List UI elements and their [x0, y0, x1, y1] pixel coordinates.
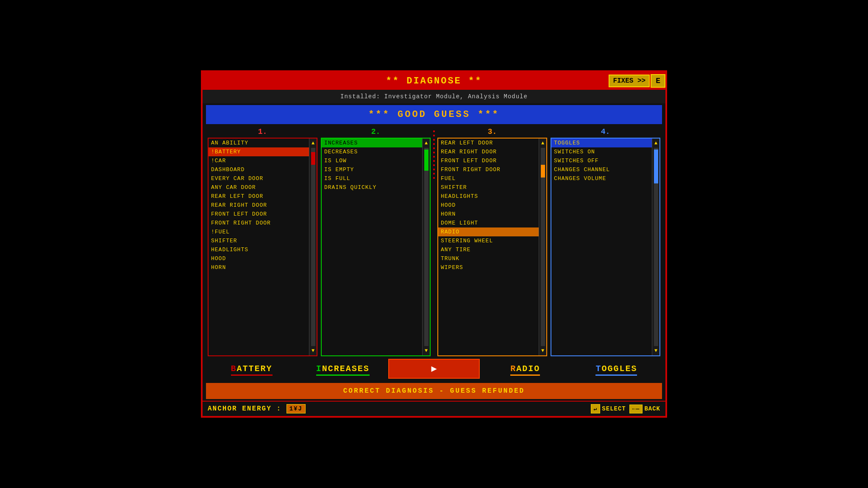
- footer-buttons: ↵ SELECT ←— BACK: [591, 404, 660, 413]
- col-num-4: 4.: [551, 126, 660, 138]
- scroll-down-1[interactable]: ▼: [311, 347, 315, 355]
- columns-area: 1. AN ABILITY !BATTERY !CAR DASHBOARD EV…: [203, 126, 665, 356]
- list-item[interactable]: CHANGES VOLUME: [551, 174, 652, 183]
- good-guess-text: *** GOOD GUESS ***: [368, 109, 500, 120]
- fixes-button-area[interactable]: FIXES >> E: [609, 72, 665, 90]
- list-item[interactable]: HORN: [209, 263, 309, 272]
- list-item[interactable]: HORN: [438, 210, 539, 219]
- column-2: 2. INCREASES DECREASES IS LOW IS EMPTY I…: [321, 126, 431, 356]
- scroll-up-3[interactable]: ▲: [540, 139, 545, 147]
- list-item[interactable]: !FUEL: [209, 227, 309, 236]
- column-4: 4. TOGGLES SWITCHES ON SWITCHES OFF CHAN…: [551, 126, 660, 356]
- scroll-up-1[interactable]: ▲: [311, 139, 315, 147]
- select-label: SELECT: [602, 405, 626, 412]
- list-item-selected[interactable]: TOGGLES: [551, 139, 652, 147]
- installed-bar: Installed: Investigator Module, Analysis…: [203, 90, 665, 103]
- anchor-energy: ANCHOR ENERGY : 1¥J: [208, 404, 306, 413]
- col-num-1: 1.: [208, 126, 317, 138]
- scroll-down-4[interactable]: ▼: [654, 347, 658, 355]
- scroll-up-4[interactable]: ▲: [654, 139, 658, 147]
- scroll-thumb-2: [424, 150, 428, 171]
- list-item[interactable]: SWITCHES ON: [551, 147, 652, 156]
- back-key[interactable]: ←—: [629, 405, 643, 413]
- list-item-selected[interactable]: INCREASES: [322, 139, 422, 147]
- e-button[interactable]: E: [651, 74, 665, 88]
- list-item[interactable]: SHIFTER: [438, 183, 539, 192]
- dotted-divider: [432, 126, 436, 356]
- energy-value: 1¥J: [287, 404, 306, 413]
- scrollbar-3: ▲ ▼: [539, 139, 546, 355]
- list-item-selected[interactable]: !BATTERY: [209, 147, 309, 156]
- list-item[interactable]: HOOD: [209, 254, 309, 263]
- radio-label: RADIO: [510, 364, 540, 376]
- list-item[interactable]: HOOD: [438, 201, 539, 210]
- header-bar: ** DIAGNOSE ** FIXES >> E: [203, 72, 665, 90]
- list-item[interactable]: HEADLIGHTS: [209, 245, 309, 254]
- bottom-label-radio: RADIO: [480, 364, 571, 374]
- list-item[interactable]: HEADLIGHTS: [438, 192, 539, 201]
- increases-label: INCREASES: [316, 364, 370, 376]
- list-item[interactable]: SWITCHES OFF: [551, 156, 652, 165]
- list-area-1: AN ABILITY !BATTERY !CAR DASHBOARD EVERY…: [209, 139, 309, 355]
- scroll-thumb-3: [541, 165, 545, 177]
- list-item[interactable]: TRUNK: [438, 254, 539, 263]
- scrollbar-2: ▲ ▼: [422, 139, 430, 355]
- list-item[interactable]: REAR RIGHT DOOR: [209, 201, 309, 210]
- list-item[interactable]: EVERY CAR DOOR: [209, 174, 309, 183]
- list-item[interactable]: REAR LEFT DOOR: [209, 192, 309, 201]
- play-button-area[interactable]: ▶: [388, 359, 479, 379]
- list-item[interactable]: AN ABILITY: [209, 139, 309, 147]
- list-item[interactable]: CHANGES CHANNEL: [551, 165, 652, 174]
- list-item[interactable]: DASHBOARD: [209, 165, 309, 174]
- list-item[interactable]: !CAR: [209, 156, 309, 165]
- list-item[interactable]: FRONT RIGHT DOOR: [209, 219, 309, 227]
- col-num-2: 2.: [321, 126, 431, 138]
- scroll-up-2[interactable]: ▲: [424, 139, 428, 147]
- back-label: BACK: [644, 405, 660, 412]
- col-box-2: INCREASES DECREASES IS LOW IS EMPTY IS F…: [321, 138, 431, 356]
- scroll-down-2[interactable]: ▼: [424, 347, 428, 355]
- list-item[interactable]: FRONT LEFT DOOR: [209, 210, 309, 219]
- list-item-selected[interactable]: RADIO: [438, 227, 539, 236]
- scroll-track-4: [654, 148, 658, 346]
- anchor-energy-label: ANCHOR ENERGY :: [208, 405, 281, 413]
- list-item[interactable]: REAR LEFT DOOR: [438, 139, 539, 147]
- column-1: 1. AN ABILITY !BATTERY !CAR DASHBOARD EV…: [208, 126, 317, 356]
- good-guess-bar: *** GOOD GUESS ***: [206, 105, 662, 124]
- list-area-2: INCREASES DECREASES IS LOW IS EMPTY IS F…: [322, 139, 422, 355]
- list-item[interactable]: FRONT RIGHT DOOR: [438, 165, 539, 174]
- play-button[interactable]: ▶: [388, 359, 479, 379]
- scroll-track-2: [424, 148, 428, 346]
- select-button[interactable]: ↵ SELECT: [591, 404, 626, 413]
- fixes-label[interactable]: FIXES >>: [609, 75, 650, 87]
- back-button[interactable]: ←— BACK: [629, 404, 660, 413]
- bottom-labels: BATTERY INCREASES ▶ RADIO TOGGLES: [203, 356, 665, 381]
- list-item[interactable]: REAR RIGHT DOOR: [438, 147, 539, 156]
- scrollbar-1: ▲ ▼: [309, 139, 317, 355]
- list-item[interactable]: ANY CAR DOOR: [209, 183, 309, 192]
- scroll-track-3: [541, 148, 545, 346]
- correct-bar: CORRECT DIAGNOSIS - GUESS REFUNDED: [206, 383, 662, 399]
- battery-label: BATTERY: [231, 364, 273, 376]
- list-area-4: TOGGLES SWITCHES ON SWITCHES OFF CHANGES…: [551, 139, 652, 355]
- list-item[interactable]: STEERING WHEEL: [438, 236, 539, 245]
- list-item[interactable]: DOME LIGHT: [438, 219, 539, 227]
- main-screen: ** DIAGNOSE ** FIXES >> E Installed: Inv…: [201, 70, 667, 418]
- column-3: 3. REAR LEFT DOOR REAR RIGHT DOOR FRONT …: [437, 126, 547, 356]
- list-item[interactable]: DRAINS QUICKLY: [322, 183, 422, 192]
- list-item[interactable]: ANY TIRE: [438, 245, 539, 254]
- scroll-track-1: [311, 148, 315, 346]
- select-key[interactable]: ↵: [591, 404, 601, 413]
- header-title: ** DIAGNOSE **: [386, 76, 482, 86]
- list-item[interactable]: SHIFTER: [209, 236, 309, 245]
- list-item[interactable]: IS FULL: [322, 174, 422, 183]
- list-item[interactable]: FRONT LEFT DOOR: [438, 156, 539, 165]
- list-item[interactable]: FUEL: [438, 174, 539, 183]
- play-icon: ▶: [431, 363, 437, 374]
- list-item[interactable]: DECREASES: [322, 147, 422, 156]
- col-box-3: REAR LEFT DOOR REAR RIGHT DOOR FRONT LEF…: [437, 138, 547, 356]
- list-item[interactable]: IS EMPTY: [322, 165, 422, 174]
- scroll-down-3[interactable]: ▼: [540, 347, 545, 355]
- list-item[interactable]: WIPERS: [438, 263, 539, 272]
- list-item[interactable]: IS LOW: [322, 156, 422, 165]
